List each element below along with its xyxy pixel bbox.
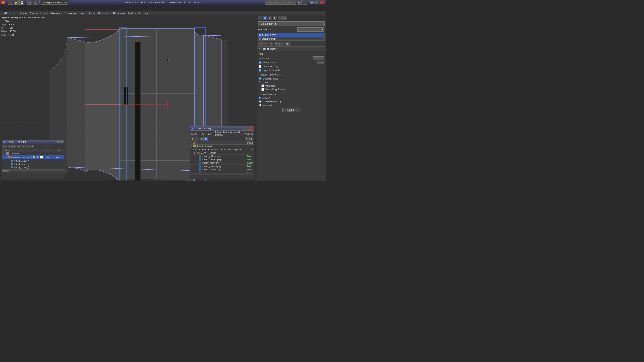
redo-btn[interactable]: ↪	[33, 0, 38, 5]
asset-menu-options[interactable]: Options	[245, 132, 253, 135]
stack-make-unique-btn[interactable]: ◆	[279, 42, 284, 46]
modifier-editablepoly[interactable]: Editable Poly	[258, 37, 324, 41]
object-name-field[interactable]	[258, 21, 325, 26]
asset-item-maps[interactable]: ▶ Maps / Shaders	[190, 151, 254, 155]
menu-maxscript[interactable]: MAXScript	[126, 11, 142, 15]
asset-menu-file[interactable]: File	[200, 132, 204, 135]
asset-tool-2[interactable]: ≡	[195, 137, 199, 141]
asset-bottom-bar	[190, 175, 254, 177]
menu-tools[interactable]: Tools	[9, 11, 18, 15]
layers-delete-btn[interactable]: ✕	[8, 145, 12, 148]
explicit-normals-row: Explicit Normals	[257, 68, 326, 72]
search-input[interactable]	[264, 0, 296, 5]
smoothing-groups-checkbox[interactable]	[262, 88, 264, 91]
asset-tool-refresh[interactable]: ↻	[245, 137, 249, 141]
layer-item-paper2[interactable]: mount_paper_2 — —	[2, 166, 64, 169]
materials-checkbox[interactable]	[262, 84, 264, 87]
hierarchy-panel-btn[interactable]: ⊕	[268, 16, 272, 20]
asset-menu-paths[interactable]: Paths	[206, 132, 213, 135]
stack-remove-btn[interactable]: 🗑	[285, 42, 290, 46]
asset-item-fresnel[interactable]: mount_fresnel.png Found	[190, 158, 254, 161]
layers-select-btn[interactable]: ◎	[17, 145, 21, 148]
stack-pin-btn[interactable]: 📌	[258, 42, 263, 46]
layers-settings-btn[interactable]: ⚙	[26, 145, 30, 148]
menu-rendering[interactable]: Rendering	[96, 11, 111, 15]
asset-item-normal[interactable]: mount_normal.png Found	[190, 165, 254, 168]
menu-graph-editors[interactable]: Graph Editors	[78, 11, 96, 15]
search-icon[interactable]: 🔍	[297, 0, 302, 5]
create-panel-btn[interactable]: ✦	[258, 16, 262, 20]
layers-create-btn[interactable]: +	[3, 145, 8, 148]
stack-config-btn[interactable]: ⚙	[263, 42, 268, 46]
stack-show-end-btn[interactable]: ▽	[268, 42, 274, 46]
open-btn[interactable]: 📂	[14, 0, 18, 5]
smooth-result-checkbox[interactable]	[259, 77, 262, 80]
help-icon[interactable]: ?	[302, 0, 308, 5]
close-button[interactable]: ✕	[320, 1, 324, 4]
menu-modifiers[interactable]: Modifiers	[50, 11, 63, 15]
layers-refresh-btn[interactable]: ↻	[21, 145, 25, 148]
modifier-list-dropdown[interactable]	[298, 27, 324, 31]
asset-menu-server[interactable]: Server	[191, 132, 198, 135]
asset-expand-vault: ▶	[191, 145, 193, 147]
menu-views[interactable]: Views	[28, 11, 38, 15]
minimize-button[interactable]: —	[310, 1, 314, 4]
render-iters-checkbox[interactable]	[259, 61, 262, 64]
asset-item-diffuse[interactable]: mount_diffuse.png Found	[190, 155, 254, 158]
modifier-turbosmooth[interactable]: TurboSmooth	[258, 33, 324, 37]
turbosmooth-section-header[interactable]: ▼ TurboSmooth	[257, 46, 326, 51]
new-btn[interactable]: 🗋	[8, 0, 13, 5]
asset-status-fresnel: Found	[240, 158, 253, 161]
asset-tool-1[interactable]: ⊞	[191, 137, 195, 141]
asset-item-gloss[interactable]: mount_gloss.png Found	[190, 161, 254, 165]
layers-close-btn[interactable]: ✕	[60, 141, 62, 143]
display-panel-btn[interactable]: ◑	[278, 16, 282, 20]
asset-item-file[interactable]: ▶ Industrial_Document_Holder_max_vray.ma…	[190, 148, 254, 151]
update-button[interactable]: Update	[282, 108, 300, 112]
always-radio[interactable]	[259, 97, 262, 99]
layer-item-paper3[interactable]: mount_paper_3 — —	[2, 162, 64, 166]
manually-radio[interactable]	[259, 104, 262, 106]
layer-item-paper4[interactable]: mount_paper_4 — —	[2, 159, 64, 162]
layer-item-industrial[interactable]: ▶ Industrial_Document_Holder — —	[2, 155, 64, 159]
asset-maximize-btn[interactable]: □	[247, 127, 250, 130]
layers-info-btn[interactable]: ℹ	[30, 145, 34, 148]
smooth-result-row: Smooth Result	[257, 77, 326, 80]
asset-close-btn[interactable]: ✕	[250, 127, 253, 130]
motion-panel-btn[interactable]: ▶	[272, 16, 277, 20]
explicit-normals-checkbox[interactable]	[259, 69, 262, 71]
stack-show-sub-btn[interactable]: ▼	[274, 42, 279, 46]
asset-tool-settings[interactable]: ⚙	[249, 137, 253, 141]
layers-help-btn[interactable]: ?	[56, 141, 59, 143]
menu-help[interactable]: Help	[142, 11, 150, 15]
layers-scrollbar[interactable]	[2, 169, 64, 172]
asset-name-vault: Autodesk Vault	[197, 145, 240, 147]
menu-customize[interactable]: Customize	[111, 11, 126, 15]
asset-tool-4[interactable]: ⊞	[204, 137, 208, 141]
layers-title: Layer: 0 (default)	[8, 141, 26, 143]
layer-item-default[interactable]: ▶ 0 (default) — —	[2, 152, 64, 155]
iterations-input[interactable]	[312, 56, 324, 60]
save-btn[interactable]: 💾	[20, 0, 24, 5]
asset-tool-3[interactable]: ⊟	[200, 137, 204, 141]
asset-status-col: Status	[240, 142, 253, 144]
menu-animation[interactable]: Animation	[63, 11, 78, 15]
menu-create[interactable]: Create	[38, 11, 50, 15]
workspace-dropdown[interactable]: Workspace: Default	[41, 0, 68, 5]
asset-item-vault[interactable]: ▶ Autodesk Vault	[190, 145, 254, 148]
menu-edit[interactable]: Edit	[1, 11, 9, 15]
modify-panel-btn[interactable]: ⊞	[263, 16, 267, 20]
render-iters-input[interactable]	[317, 61, 324, 64]
undo-btn[interactable]: ↩	[27, 0, 32, 5]
isoline-checkbox[interactable]	[259, 65, 262, 68]
layers-add-btn[interactable]: ⊕	[12, 145, 16, 148]
menu-group[interactable]: Group	[18, 11, 28, 15]
asset-menu-bitmap[interactable]: Bitmap Performance and Memory	[215, 131, 243, 136]
asset-item-refract[interactable]: mount_refract.png Found	[190, 168, 254, 171]
asset-scrollbar[interactable]	[190, 173, 254, 175]
asset-item-refract-gloss[interactable]: mount_refract_gloss.png Found	[190, 171, 254, 173]
when-rendering-radio[interactable]	[259, 100, 262, 103]
maximize-button[interactable]: □	[315, 1, 319, 4]
utilities-panel-btn[interactable]: 🔧	[282, 16, 287, 20]
asset-minimize-btn[interactable]: —	[243, 127, 246, 130]
